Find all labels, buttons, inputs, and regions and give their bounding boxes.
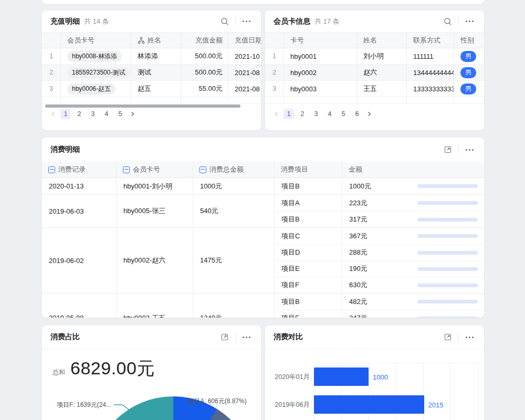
progress-bar xyxy=(417,184,478,188)
page-5[interactable]: 5 xyxy=(115,109,125,119)
card-title: 消费占比 xyxy=(50,332,80,342)
divider xyxy=(235,18,236,25)
category-label: 2020年01月 xyxy=(265,373,310,382)
expand-icon[interactable] xyxy=(218,331,231,343)
table-row[interactable]: 项目B 1000元 xyxy=(275,178,484,194)
consumption-card: 消费明细 消费记录 会员卡号 消费总金额 消费项目 金额 2020-01-13 … xyxy=(42,138,484,318)
search-icon[interactable] xyxy=(218,15,231,28)
prev-page-icon[interactable] xyxy=(271,109,282,119)
table-row[interactable]: 3 hby0006-赵五 赵五 55.00元 2021-08 xyxy=(42,81,261,97)
lookup-field-icon xyxy=(138,37,145,44)
divider xyxy=(235,333,236,341)
page-6[interactable]: 6 xyxy=(352,109,362,119)
progress-bar xyxy=(417,251,478,255)
search-icon[interactable] xyxy=(442,15,454,28)
pie-callout-label: 项目F: 1639元(24... xyxy=(57,401,111,409)
table-row[interactable]: 项目B 317元 xyxy=(275,211,484,227)
axis-line xyxy=(314,363,479,363)
card-no-tag: 18559273500-测试 xyxy=(67,67,130,78)
table-row[interactable]: 项目C 367元 xyxy=(275,228,484,244)
page-5[interactable]: 5 xyxy=(338,109,349,119)
gender-tag: 男 xyxy=(460,67,476,78)
more-icon[interactable] xyxy=(240,331,253,343)
page-4[interactable]: 4 xyxy=(101,109,112,119)
consumption-card-header: 消费明细 xyxy=(42,138,484,162)
col-total: 消费总金额 xyxy=(193,162,275,177)
divider xyxy=(458,18,459,25)
card-no-tag: hby0006-赵五 xyxy=(67,83,116,94)
gender-tag: 男 xyxy=(460,83,476,94)
table-row[interactable]: 1 hby0001 刘小明 111111 男 xyxy=(265,48,484,65)
table-row[interactable]: 项目A 223元 xyxy=(275,195,484,211)
collapse-group-icon xyxy=(48,166,55,173)
member-card: 会员卡信息 共 17 条 卡号 姓名 联系方式 性别 1 hby0001 刘小明… xyxy=(265,10,484,130)
col-name: 姓名 xyxy=(131,33,181,48)
sum-value: 6829.00元 xyxy=(70,356,155,381)
table-row[interactable]: 项目F 630元 xyxy=(275,277,484,293)
bar-value-label: 2015 xyxy=(428,401,444,408)
col-name: 姓名 xyxy=(357,33,407,48)
page-1[interactable]: 1 xyxy=(60,109,71,119)
card-title: 消费明细 xyxy=(50,145,80,154)
card-no-tag: hby0008-林添添 xyxy=(67,51,122,62)
prev-page-icon[interactable] xyxy=(48,109,59,119)
page-1[interactable]: 1 xyxy=(284,109,294,119)
pagination: 1 2 3 4 5 6 xyxy=(265,103,484,124)
bar-value-label: 1000 xyxy=(373,373,388,381)
pie-card-header: 消费占比 xyxy=(42,326,261,349)
member-card-header: 会员卡信息 共 17 条 xyxy=(265,10,484,33)
pie-callout-label: 项目A: 606元(8.87%) xyxy=(187,397,247,405)
table-row[interactable]: 项目D 288元 xyxy=(275,244,484,260)
col-amount: 充值金额 xyxy=(181,33,228,48)
table-row[interactable]: 项目B 482元 xyxy=(275,293,484,310)
page-2[interactable]: 2 xyxy=(297,109,308,119)
bar-2019-06[interactable]: 2015 xyxy=(314,395,424,414)
progress-bar xyxy=(417,317,478,318)
col-project: 消费项目 xyxy=(275,162,342,177)
clipped-row xyxy=(265,97,484,103)
col-record: 消费记录 xyxy=(42,162,117,177)
table-header: 卡号 姓名 联系方式 性别 xyxy=(265,33,484,48)
page-3[interactable]: 3 xyxy=(88,109,98,119)
more-icon[interactable] xyxy=(463,143,476,156)
table-row[interactable]: 2 hby0002 赵六 13444444444 男 xyxy=(265,65,484,81)
page-4[interactable]: 4 xyxy=(324,109,335,119)
more-icon[interactable] xyxy=(240,15,253,28)
record-count: 共 14 条 xyxy=(84,17,109,26)
recharge-card-header: 充值明细 共 14 条 xyxy=(42,10,261,33)
collapse-group-icon xyxy=(123,166,130,173)
table-row[interactable]: 2 18559273500-测试 测试 500.00元 2021-08 xyxy=(42,65,261,81)
progress-bar xyxy=(417,201,478,205)
table-row[interactable]: 项目F 247元 xyxy=(275,310,484,318)
table-row[interactable]: 项目E 190元 xyxy=(275,260,484,277)
bar-chart-plot: 2020年01月 1000 2019年06月 2015 xyxy=(265,326,484,420)
record-group[interactable]: 2020-01-13 hby0001-刘小明 1000元 项目B 1000元 xyxy=(42,178,484,195)
gender-tag: 男 xyxy=(460,51,476,62)
divider xyxy=(458,146,459,153)
record-group[interactable]: 2019-05-08 hby0003-王五 1240元 项目B 482元 项目F… xyxy=(42,293,484,318)
table-row[interactable]: 3 hby0003 王五 13333333333 男 xyxy=(265,81,484,97)
record-group[interactable]: 2019-06-02 hby0002-赵六 1475元 项目C 367元 项目D… xyxy=(42,228,484,293)
more-icon[interactable] xyxy=(463,15,476,28)
next-page-icon[interactable] xyxy=(364,109,374,119)
pie-summary: 总和 6829.00元 xyxy=(42,349,261,381)
bar-2020-01[interactable]: 1000 xyxy=(314,368,369,386)
progress-bar xyxy=(417,300,478,303)
next-page-icon[interactable] xyxy=(127,109,138,119)
card-title: 会员卡信息 xyxy=(274,17,310,26)
table-row[interactable]: 1 hby0008-林添添 林添添 500.00元 2021-10 xyxy=(42,48,261,65)
card-title: 充值明细 xyxy=(50,17,80,26)
progress-bar xyxy=(417,267,478,271)
clipped-card-above xyxy=(42,0,484,4)
col-amount: 金额 xyxy=(342,162,484,177)
horizontal-scrollbar[interactable] xyxy=(45,104,240,108)
bar-chart-card: 消费对比 2020年01月 1000 2019年06月 2015 xyxy=(265,326,484,420)
page-2[interactable]: 2 xyxy=(74,109,85,119)
record-count: 共 17 条 xyxy=(314,17,340,26)
col-card-no: 卡号 xyxy=(284,33,357,48)
expand-icon[interactable] xyxy=(442,143,454,156)
clipped-row xyxy=(42,97,261,103)
record-group[interactable]: 2019-06-03 hby0005-张三 540元 项目A 223元 项目B … xyxy=(42,195,484,228)
page-3[interactable]: 3 xyxy=(311,109,321,119)
col-card-no: 会员卡号 xyxy=(61,33,131,48)
